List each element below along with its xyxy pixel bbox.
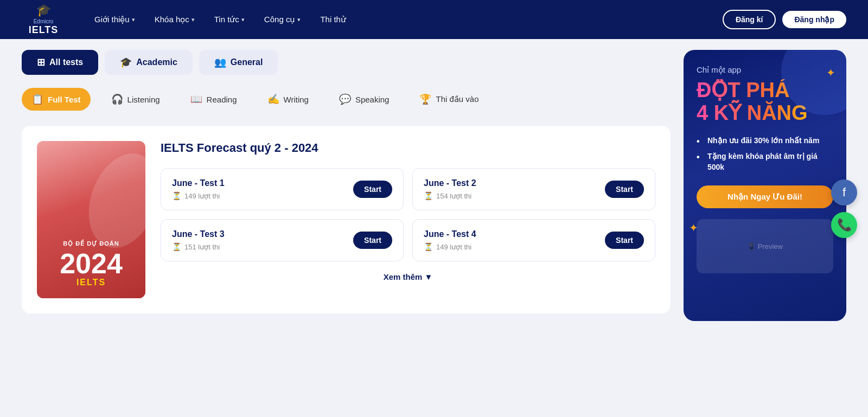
right-panel: ✦ ✦ Chỉ một app ĐỘT PHÁ 4 KỸ NĂNG Nhận ư… [684, 50, 846, 321]
count-icon: ⏳ [424, 242, 433, 251]
list-item: Nhận ưu đãi 30% lớn nhất năm [697, 136, 833, 146]
ad-device-preview: 📱 Preview [697, 219, 833, 273]
logo-main: IELTS [29, 24, 59, 36]
nav-thi-thu[interactable]: Thi thử [312, 10, 354, 29]
star-decoration-icon: ✦ [826, 66, 835, 79]
skill-tab-fulltest[interactable]: 📋 Full Test [22, 88, 91, 111]
login-button[interactable]: Đăng nhập [782, 11, 846, 28]
table-row: June - Test 4 ⏳ 149 lượt thi Start [412, 219, 655, 261]
tests-grid: June - Test 1 ⏳ 149 lượt thi Start June … [161, 168, 655, 261]
phone-button[interactable]: 📞 [831, 212, 857, 238]
ad-subtitle: Chỉ một app [697, 65, 833, 75]
reading-icon: 📖 [190, 93, 202, 105]
chevron-down-icon: ▾ [132, 16, 135, 23]
test-name: June - Test 4 [424, 229, 476, 239]
star-decoration-icon: ✦ [689, 221, 698, 234]
skill-tabs: 📋 Full Test 🎧 Listening 📖 Reading ✍️ Wri… [22, 88, 671, 111]
skill-tab-entrance[interactable]: 🏆 Thi đầu vào [410, 88, 488, 111]
main-nav: Giới thiệu ▾ Khóa học ▾ Tin tức ▾ Công c… [87, 10, 723, 29]
test-count: ⏳ 151 lượt thi [172, 242, 225, 251]
start-button[interactable]: Start [353, 181, 392, 198]
skill-tab-speaking[interactable]: 💬 Speaking [329, 88, 399, 111]
listening-icon: 🎧 [111, 93, 123, 105]
tests-section: IELTS Forecast quý 2 - 2024 June - Test … [161, 141, 655, 298]
skill-tab-reading[interactable]: 📖 Reading [181, 88, 247, 111]
table-row: June - Test 2 ⏳ 154 lượt thi Start [412, 168, 655, 210]
logo-icon: 🎓 [36, 3, 51, 17]
count-icon: ⏳ [424, 191, 433, 200]
nav-tin-tuc[interactable]: Tin tức ▾ [207, 10, 252, 29]
fulltest-icon: 📋 [31, 93, 43, 105]
phone-icon: 📞 [837, 218, 852, 232]
tests-title: IELTS Forecast quý 2 - 2024 [161, 141, 655, 155]
test-count: ⏳ 154 lượt thi [424, 191, 476, 200]
chevron-down-icon: ▾ [241, 16, 245, 23]
book-small-text: BỘ ĐỀ DỰ ĐOÁN [60, 240, 123, 247]
navbar-actions: Đăng kí Đăng nhập [723, 10, 846, 29]
all-tests-icon: ⊞ [37, 56, 45, 68]
academic-icon: 🎓 [120, 56, 132, 68]
nav-gioi-thieu[interactable]: Giới thiệu ▾ [87, 10, 143, 29]
list-item: Tặng kèm khóa phát âm trị giá 500k [697, 151, 833, 172]
skill-tab-listening[interactable]: 🎧 Listening [101, 88, 170, 111]
start-button[interactable]: Start [605, 232, 644, 249]
table-row: June - Test 1 ⏳ 149 lượt thi Start [161, 168, 404, 210]
facebook-icon: f [843, 185, 846, 200]
test-name: June - Test 2 [424, 178, 476, 188]
logo[interactable]: 🎓 Edmicro IELTS [22, 3, 65, 36]
count-icon: ⏳ [172, 191, 181, 200]
ad-points: Nhận ưu đãi 30% lớn nhất năm Tặng kèm kh… [697, 136, 833, 173]
ad-card: ✦ ✦ Chỉ một app ĐỘT PHÁ 4 KỸ NĂNG Nhận ư… [684, 50, 846, 321]
table-row: June - Test 3 ⏳ 151 lượt thi Start [161, 219, 404, 261]
start-button[interactable]: Start [605, 181, 644, 198]
count-icon: ⏳ [172, 242, 181, 251]
type-tabs: ⊞ All tests 🎓 Academic 👥 General [22, 50, 671, 75]
logo-sub: Edmicro [34, 18, 54, 24]
entrance-icon: 🏆 [419, 93, 431, 105]
floating-buttons: f 📞 [831, 179, 857, 238]
main-content: ⊞ All tests 🎓 Academic 👥 General 📋 Full … [0, 39, 868, 332]
start-button[interactable]: Start [353, 232, 392, 249]
left-panel: ⊞ All tests 🎓 Academic 👥 General 📋 Full … [22, 50, 671, 321]
tab-academic[interactable]: 🎓 Academic [105, 50, 193, 75]
nav-cong-cu[interactable]: Công cụ ▾ [257, 10, 309, 29]
writing-icon: ✍️ [267, 93, 279, 105]
chevron-down-icon: ▾ [192, 16, 195, 23]
test-name: June - Test 1 [172, 178, 225, 188]
tab-all-tests[interactable]: ⊞ All tests [22, 50, 98, 75]
content-card: BỘ ĐỀ DỰ ĐOÁN 2024 IELTS IELTS Forecast … [22, 126, 671, 313]
cta-button[interactable]: Nhận Ngay Ưu Đãi! [697, 185, 833, 208]
speaking-icon: 💬 [339, 93, 351, 105]
nav-khoa-hoc[interactable]: Khóa học ▾ [147, 10, 202, 29]
tab-general[interactable]: 👥 General [199, 50, 278, 75]
test-count: ⏳ 149 lượt thi [172, 191, 225, 200]
book-year: 2024 [60, 249, 123, 278]
general-icon: 👥 [214, 56, 226, 68]
register-button[interactable]: Đăng kí [723, 10, 776, 29]
test-name: June - Test 3 [172, 229, 225, 239]
skill-tab-writing[interactable]: ✍️ Writing [258, 88, 318, 111]
ad-title: ĐỘT PHÁ 4 KỸ NĂNG [697, 79, 833, 125]
chevron-down-icon: ▾ [297, 16, 301, 23]
navbar: 🎓 Edmicro IELTS Giới thiệu ▾ Khóa học ▾ … [0, 0, 868, 39]
test-count: ⏳ 149 lượt thi [424, 242, 476, 251]
book-cover: BỘ ĐỀ DỰ ĐOÁN 2024 IELTS [37, 141, 145, 298]
facebook-button[interactable]: f [831, 179, 857, 206]
view-more-button[interactable]: Xem thêm ▼ [161, 272, 655, 281]
